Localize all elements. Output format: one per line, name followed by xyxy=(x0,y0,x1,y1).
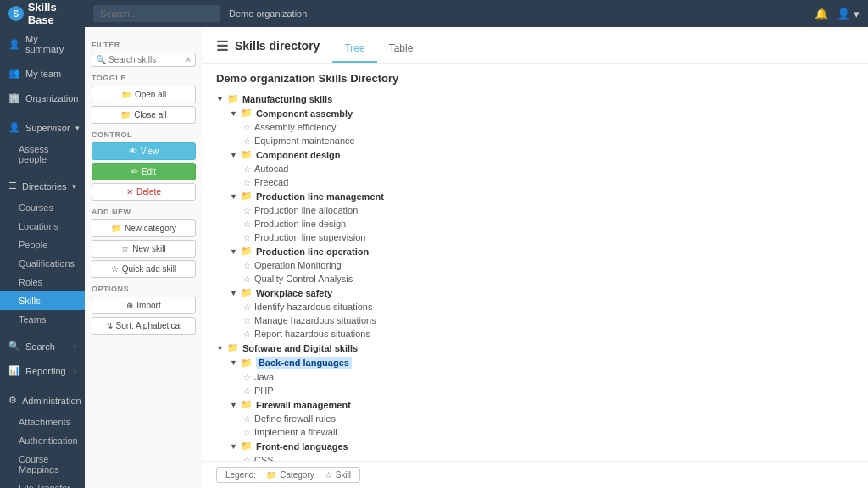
star-icon: ☆ xyxy=(243,123,251,132)
skill-freecad: ☆ Freecad xyxy=(243,175,855,189)
skills-search-input[interactable] xyxy=(108,55,182,64)
directories-icon: ☰ xyxy=(8,180,17,191)
sort-icon: ⇅ xyxy=(106,321,113,330)
skill-java: ☆ Java xyxy=(243,370,855,384)
edit-icon: ✏ xyxy=(131,167,138,176)
sidebar-item-reporting[interactable]: 📊 Reporting › xyxy=(0,358,85,383)
toggle-icon: ▼ xyxy=(230,109,237,118)
sidebar-label-teams: Teams xyxy=(19,314,46,324)
open-all-button[interactable]: 📁 Open all xyxy=(92,86,196,103)
skill-equipment-maintenance: ☆ Equipment maintenance xyxy=(243,134,855,147)
sidebar-item-file-transfer[interactable]: File Transfer xyxy=(0,479,85,488)
list-icon: ☰ xyxy=(216,38,228,54)
folder-icon: 📁 xyxy=(227,93,239,104)
delete-icon: ✕ xyxy=(126,187,133,197)
folder-icon-highlight: 📁 xyxy=(241,358,253,369)
org-icon: 🏢 xyxy=(8,92,20,103)
sidebar-item-courses[interactable]: Courses xyxy=(0,198,85,217)
category-component-assembly[interactable]: ▼ 📁 Component assembly xyxy=(230,106,855,120)
search-filter-icon: 🔍 xyxy=(96,55,106,64)
sidebar-item-teams[interactable]: Teams xyxy=(0,310,85,329)
category-software-digital[interactable]: ▼ 📁 Software and Digital skills xyxy=(216,341,855,355)
legend-bar: Legend: 📁 Category ☆ Skill xyxy=(203,461,868,488)
new-category-button[interactable]: 📁 New category xyxy=(92,219,196,237)
legend-inner: Legend: 📁 Category ☆ Skill xyxy=(216,467,360,483)
tab-table[interactable]: Table xyxy=(377,36,426,63)
clear-search-icon[interactable]: ✕ xyxy=(185,55,192,64)
import-button[interactable]: ⊕ Import xyxy=(92,297,196,314)
sidebar-item-organization[interactable]: 🏢 Organization xyxy=(0,86,85,110)
sidebar-label-courses: Courses xyxy=(19,202,53,213)
sidebar-item-assess-people[interactable]: Assess people xyxy=(0,140,85,169)
folder-icon: 📁 xyxy=(241,191,253,202)
notification-icon[interactable]: 🔔 xyxy=(815,8,828,20)
new-skill-button[interactable]: ☆ New skill xyxy=(92,240,196,258)
folder-icon: 📁 xyxy=(241,287,253,298)
skill-define-firewall-rules: ☆ Define firewall rules xyxy=(243,412,855,425)
category-firewall-management[interactable]: ▼ 📁 Firewall management xyxy=(230,397,855,412)
star-icon: ☆ xyxy=(121,244,129,253)
topbar-org-name: Demo organization xyxy=(229,8,307,19)
sidebar-label-locations: Locations xyxy=(19,221,58,231)
star-icon: ☆ xyxy=(243,178,251,187)
brand: S Skills Base xyxy=(8,1,85,26)
user-menu[interactable]: 👤 ▾ xyxy=(837,8,860,20)
topbar-right: 🔔 👤 ▾ xyxy=(815,8,860,20)
star-icon: ☆ xyxy=(243,206,251,215)
sidebar-item-authentication[interactable]: Authentication xyxy=(0,431,85,450)
star-icon: ☆ xyxy=(243,428,251,437)
skill-operation-monitoring: ☆ Operation Monitoring xyxy=(243,258,855,272)
supervisor-icon: 👤 xyxy=(8,122,20,133)
sidebar-item-my-summary[interactable]: 👤 My summary xyxy=(0,27,85,61)
star-icon: ☆ xyxy=(243,164,251,174)
category-production-line-management[interactable]: ▼ 📁 Production line management xyxy=(230,189,855,203)
close-all-button[interactable]: 📁 Close all xyxy=(92,106,196,124)
folder-closed-icon: 📁 xyxy=(120,110,131,119)
main-header: ☰ Skills directory Tree Table xyxy=(203,27,868,64)
sidebar-item-directories[interactable]: ☰ Directories ▾ xyxy=(0,174,85,198)
brand-name: Skills Base xyxy=(28,1,85,26)
category-frontend-languages[interactable]: ▼ 📁 Front-end languages xyxy=(230,439,855,453)
sidebar-label-authentication: Authentication xyxy=(19,435,78,446)
sidebar-item-roles[interactable]: Roles xyxy=(0,273,85,291)
folder-icon: 📁 xyxy=(241,149,253,160)
edit-button[interactable]: ✏ Edit xyxy=(92,163,196,180)
quick-add-skill-button[interactable]: ☆ Quick add skill xyxy=(92,260,196,278)
legend-category-label: Category xyxy=(280,470,314,480)
category-manufacturing-skills[interactable]: ▼ 📁 Manufacturing skills xyxy=(216,92,855,106)
skill-assembly-efficiency: ☆ Assembly efficiency xyxy=(243,120,855,134)
sidebar-label-file-transfer: File Transfer xyxy=(19,483,70,488)
sidebar-item-attachments[interactable]: Attachments xyxy=(0,413,85,431)
sidebar-item-qualifications[interactable]: Qualifications xyxy=(0,254,85,273)
category-component-design[interactable]: ▼ 📁 Component design xyxy=(230,147,855,162)
brand-icon: S xyxy=(8,6,24,21)
sidebar-item-skills[interactable]: Skills xyxy=(0,291,85,310)
tab-tree[interactable]: Tree xyxy=(332,36,376,63)
legend-skill: ☆ Skill xyxy=(325,470,351,480)
sidebar-item-locations[interactable]: Locations xyxy=(0,217,85,236)
category-workplace-safety[interactable]: ▼ 📁 Workplace safety xyxy=(230,286,855,300)
skill-manage-hazardous: ☆ Manage hazardous situations xyxy=(243,313,855,327)
tabs: Tree Table xyxy=(332,36,425,63)
folder-icon: 📁 xyxy=(227,342,239,353)
delete-button[interactable]: ✕ Delete xyxy=(92,183,196,201)
sidebar-label-organization: Organization xyxy=(25,93,78,103)
category-backend-languages[interactable]: ▼ 📁 Back-end languages xyxy=(230,355,855,370)
sidebar-item-supervisor[interactable]: 👤 Supervisor ▾ xyxy=(0,115,85,140)
sidebar-item-course-mappings[interactable]: Course Mappings xyxy=(0,450,85,479)
sidebar-item-my-team[interactable]: 👥 My team xyxy=(0,61,85,86)
toggle-icon: ▼ xyxy=(230,192,237,201)
sidebar-label-search: Search xyxy=(25,341,55,352)
category-production-line-operation[interactable]: ▼ 📁 Production line operation xyxy=(230,244,855,258)
view-button[interactable]: 👁 View xyxy=(92,142,196,160)
sidebar-item-people[interactable]: People xyxy=(0,236,85,254)
topbar-search-input[interactable] xyxy=(93,5,220,22)
star-icon: ☆ xyxy=(243,330,251,339)
person-icon: 👤 xyxy=(8,39,20,50)
sidebar-item-search[interactable]: 🔍 Search › xyxy=(0,334,85,358)
sort-button[interactable]: ⇅ Sort: Alphabetical xyxy=(92,317,196,335)
sidebar-item-administration[interactable]: ⚙ Administration ▾ xyxy=(0,388,85,413)
filter-label: FILTER xyxy=(92,41,196,49)
tree-title: Demo organization Skills Directory xyxy=(216,72,855,85)
tree-container: ▼ 📁 Manufacturing skills ▼ 📁 Component a… xyxy=(216,92,855,461)
